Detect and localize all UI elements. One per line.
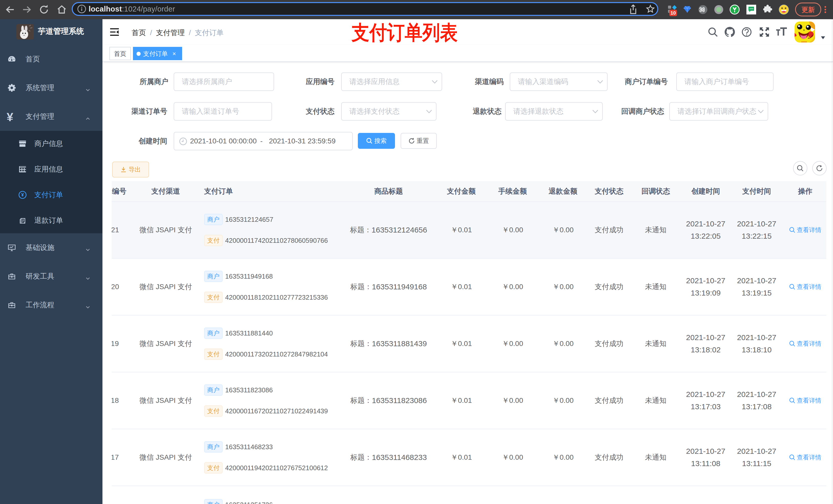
svg-text:¥: ¥ xyxy=(21,192,24,197)
